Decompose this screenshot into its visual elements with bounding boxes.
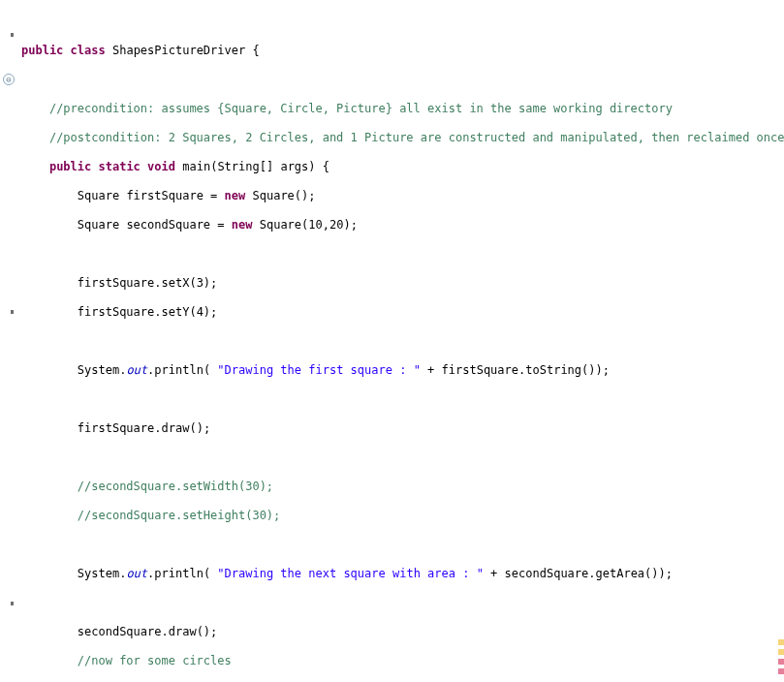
editor-gutter: ⊖ (0, 0, 17, 682)
code-editor[interactable]: public class ShapesPictureDriver { //pre… (17, 0, 784, 682)
fold-tick-icon (11, 310, 14, 314)
code-line: firstSquare.setY(4); (17, 305, 784, 320)
code-line: System.out.println( "Drawing the next sq… (17, 567, 784, 581)
code-line: //postcondition: 2 Squares, 2 Circles, a… (17, 131, 784, 145)
code-line: //secondSquare.setWidth(30); (17, 480, 784, 494)
fold-tick-icon (11, 602, 14, 605)
code-line (17, 247, 784, 262)
fold-tick-icon (11, 33, 14, 37)
code-line: firstSquare.setX(3); (17, 276, 784, 291)
code-line: //precondition: assumes {Square, Circle,… (17, 102, 784, 116)
error-marker[interactable] (778, 668, 784, 674)
warning-marker[interactable] (778, 639, 784, 645)
code-line (17, 334, 784, 349)
code-line: public class ShapesPictureDriver { (17, 44, 784, 58)
warning-marker[interactable] (778, 649, 784, 655)
error-marker[interactable] (778, 659, 784, 665)
code-line: secondSquare.draw(); (17, 625, 784, 639)
code-line: //secondSquare.setHeight(30); (17, 509, 784, 523)
code-line (17, 392, 784, 407)
code-line (17, 450, 784, 465)
code-line: Square secondSquare = new Square(10,20); (17, 218, 784, 232)
code-line (17, 596, 784, 610)
code-line: //now for some circles (17, 654, 784, 668)
code-line: firstSquare.draw(); (17, 421, 784, 436)
code-line: System.out.println( "Drawing the first s… (17, 363, 784, 378)
code-line: public static void main(String[] args) { (17, 160, 784, 174)
code-line (17, 73, 784, 87)
code-line: Square firstSquare = new Square(); (17, 189, 784, 203)
collapse-icon[interactable]: ⊖ (3, 74, 15, 85)
code-line (17, 538, 784, 552)
code-line (17, 15, 784, 29)
